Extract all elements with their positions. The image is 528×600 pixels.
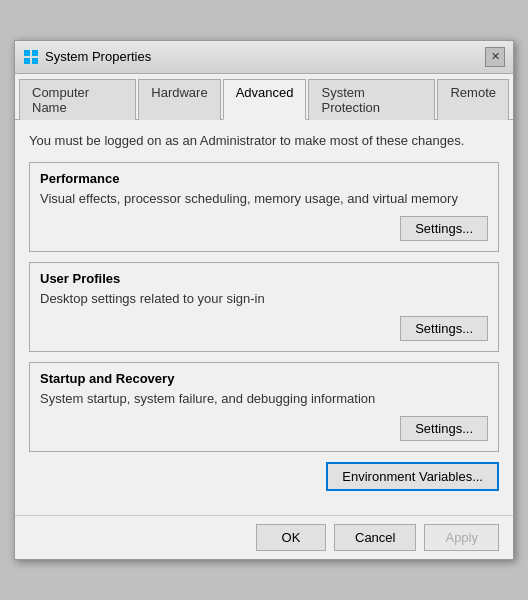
tab-system-protection[interactable]: System Protection — [308, 79, 435, 120]
bottom-bar: OK Cancel Apply — [15, 515, 513, 559]
apply-button[interactable]: Apply — [424, 524, 499, 551]
user-profiles-section: User Profiles Desktop settings related t… — [29, 262, 499, 352]
startup-recovery-section: Startup and Recovery System startup, sys… — [29, 362, 499, 452]
tab-hardware[interactable]: Hardware — [138, 79, 220, 120]
tab-computer-name[interactable]: Computer Name — [19, 79, 136, 120]
startup-recovery-desc: System startup, system failure, and debu… — [40, 390, 488, 408]
user-profiles-desc: Desktop settings related to your sign-in — [40, 290, 488, 308]
performance-desc: Visual effects, processor scheduling, me… — [40, 190, 488, 208]
ok-button[interactable]: OK — [256, 524, 326, 551]
tab-remote[interactable]: Remote — [437, 79, 509, 120]
cancel-button[interactable]: Cancel — [334, 524, 416, 551]
tab-bar: Computer Name Hardware Advanced System P… — [15, 74, 513, 120]
svg-rect-3 — [32, 58, 38, 64]
performance-section: Performance Visual effects, processor sc… — [29, 162, 499, 252]
tab-advanced[interactable]: Advanced — [223, 79, 307, 120]
system-properties-window: System Properties ✕ Computer Name Hardwa… — [14, 40, 514, 561]
close-button[interactable]: ✕ — [485, 47, 505, 67]
window-icon — [23, 49, 39, 65]
admin-notice: You must be logged on as an Administrato… — [29, 132, 499, 150]
svg-rect-2 — [24, 58, 30, 64]
startup-recovery-settings-button[interactable]: Settings... — [400, 416, 488, 441]
environment-variables-button[interactable]: Environment Variables... — [326, 462, 499, 491]
performance-title: Performance — [40, 171, 488, 186]
user-profiles-title: User Profiles — [40, 271, 488, 286]
tab-content: You must be logged on as an Administrato… — [15, 120, 513, 516]
window-title: System Properties — [45, 49, 151, 64]
title-bar: System Properties ✕ — [15, 41, 513, 74]
performance-settings-button[interactable]: Settings... — [400, 216, 488, 241]
svg-rect-0 — [24, 50, 30, 56]
startup-recovery-title: Startup and Recovery — [40, 371, 488, 386]
svg-rect-1 — [32, 50, 38, 56]
user-profiles-settings-button[interactable]: Settings... — [400, 316, 488, 341]
